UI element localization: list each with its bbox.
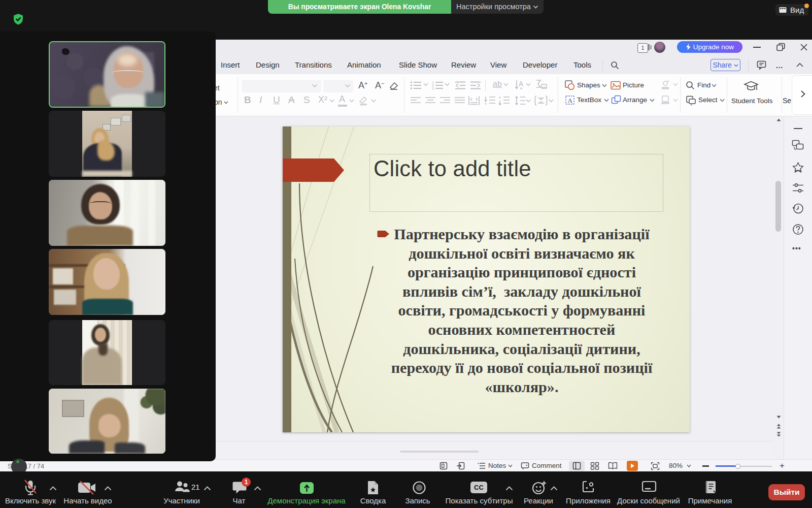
svg-text:3: 3 — [432, 87, 434, 90]
svg-text:A: A — [568, 97, 573, 104]
svg-text:A: A — [519, 80, 524, 88]
